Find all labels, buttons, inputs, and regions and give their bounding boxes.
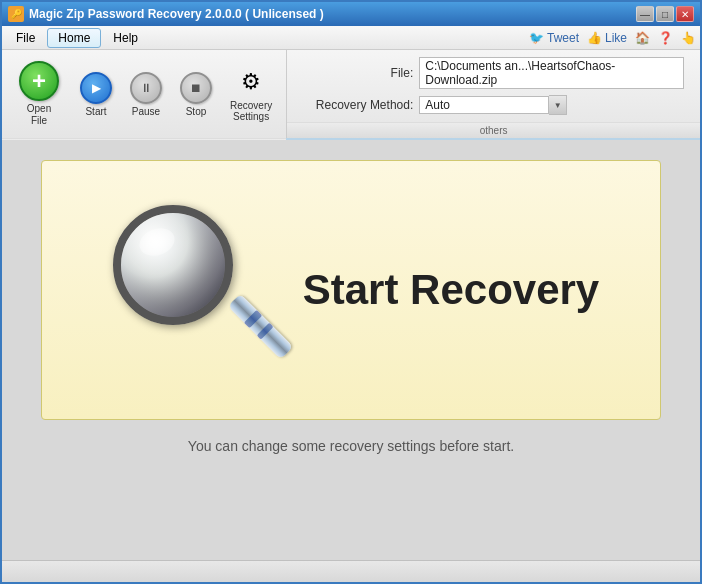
recovery-method-label: Recovery Method:	[303, 98, 413, 112]
stop-label: Stop	[186, 106, 207, 117]
recovery-method-row: Recovery Method: Auto Dictionary Brute F…	[303, 95, 684, 115]
magnifier-lens	[113, 205, 233, 325]
magnifier-handle-band1	[243, 310, 261, 328]
close-button[interactable]: ✕	[676, 6, 694, 22]
minimize-button[interactable]: —	[636, 6, 654, 22]
home-icon: 🏠	[635, 31, 650, 45]
file-field-row: File: C:\Documents an...\HeartsofChaos-D…	[303, 57, 684, 89]
recovery-settings-label: RecoverySettings	[230, 100, 272, 122]
menu-bar: File Home Help 🐦 Tweet 👍 Like 🏠 ❓ 👆	[2, 26, 700, 50]
title-controls: — □ ✕	[636, 6, 694, 22]
open-file-button[interactable]: + OpenFile	[10, 54, 68, 134]
file-field-value: C:\Documents an...\HeartsofChaos-Downloa…	[419, 57, 684, 89]
ribbon-fields: File: C:\Documents an...\HeartsofChaos-D…	[287, 50, 700, 122]
main-content: Start Recovery You can change some recov…	[2, 140, 700, 560]
magnifier-handle-band2	[257, 323, 274, 340]
menu-file[interactable]: File	[6, 29, 45, 47]
hand-icon[interactable]: 👆	[681, 31, 696, 45]
pause-icon: ⏸	[130, 72, 162, 104]
open-file-label: OpenFile	[27, 103, 51, 127]
pause-button[interactable]: ⏸ Pause	[124, 67, 168, 122]
stop-icon: ⏹	[180, 72, 212, 104]
title-bar-left: 🔑 Magic Zip Password Recovery 2.0.0.0 ( …	[8, 6, 324, 22]
question-icon[interactable]: ❓	[658, 31, 673, 45]
recovery-method-select[interactable]: Auto Dictionary Brute Force Smart	[419, 96, 549, 114]
like-label: Like	[605, 31, 627, 45]
app-icon: 🔑	[8, 6, 24, 22]
recovery-method-dropdown-arrow[interactable]: ▼	[549, 95, 567, 115]
stop-button[interactable]: ⏹ Stop	[174, 67, 218, 122]
ribbon: + OpenFile ▶ Start ⏸ Pause ⏹ Stop	[2, 50, 700, 140]
tweet-label: Tweet	[547, 31, 579, 45]
menu-home[interactable]: Home	[47, 28, 101, 48]
ribbon-management-group: + OpenFile ▶ Start ⏸ Pause ⏹ Stop	[2, 50, 287, 138]
start-button[interactable]: ▶ Start	[74, 67, 118, 122]
maximize-button[interactable]: □	[656, 6, 674, 22]
window-title: Magic Zip Password Recovery 2.0.0.0 ( Un…	[29, 7, 324, 21]
recovery-settings-button[interactable]: ⚙ RecoverySettings	[224, 61, 278, 127]
tweet-link[interactable]: 🐦 Tweet	[529, 31, 579, 45]
menu-right: 🐦 Tweet 👍 Like 🏠 ❓ 👆	[529, 31, 696, 45]
start-icon: ▶	[80, 72, 112, 104]
others-label: others	[287, 122, 700, 138]
recovery-settings-icon: ⚙	[235, 66, 267, 98]
ribbon-management-buttons: + OpenFile ▶ Start ⏸ Pause ⏹ Stop	[2, 50, 286, 138]
recovery-method-select-wrap: Auto Dictionary Brute Force Smart ▼	[419, 95, 567, 115]
magnifier-handle	[227, 294, 293, 360]
start-label: Start	[85, 106, 106, 117]
magnifier-illustration	[103, 195, 263, 385]
like-link[interactable]: 👍 Like	[587, 31, 627, 45]
magnifier-lens-inner	[121, 213, 225, 317]
ribbon-others-group: File: C:\Documents an...\HeartsofChaos-D…	[287, 50, 700, 138]
status-bar	[2, 560, 700, 582]
hint-text: You can change some recovery settings be…	[188, 438, 514, 454]
pause-label: Pause	[132, 106, 160, 117]
thumb-icon: 👍	[587, 31, 602, 45]
recovery-card: Start Recovery	[41, 160, 661, 420]
start-recovery-text: Start Recovery	[303, 266, 599, 314]
app-window: 🔑 Magic Zip Password Recovery 2.0.0.0 ( …	[0, 0, 702, 584]
open-file-icon: +	[19, 61, 59, 101]
title-bar: 🔑 Magic Zip Password Recovery 2.0.0.0 ( …	[2, 2, 700, 26]
file-field-label: File:	[303, 66, 413, 80]
menu-help[interactable]: Help	[103, 29, 148, 47]
twitter-icon: 🐦	[529, 31, 544, 45]
